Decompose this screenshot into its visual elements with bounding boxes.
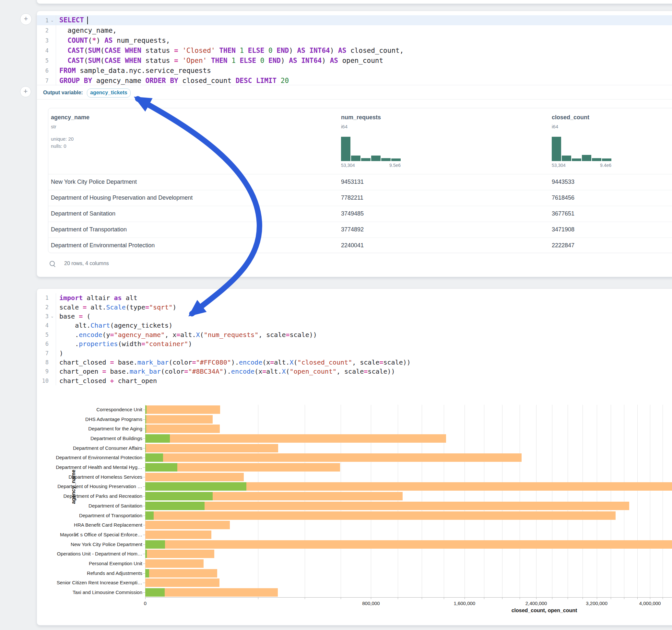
python-editor[interactable]: 1import altair as alt2scale = alt.Scale(… bbox=[37, 293, 672, 385]
sql-editor[interactable]: 1⌄SELECT2 agency_name,3 COUNT(*) AS num_… bbox=[37, 15, 672, 86]
code-line[interactable]: 3⌄base = ( bbox=[37, 312, 672, 321]
text-cursor bbox=[87, 17, 88, 24]
column-header[interactable]: num_requests bbox=[341, 114, 381, 121]
y-axis-label: DHS Advantage Programs bbox=[37, 416, 142, 422]
bar-open-count bbox=[145, 482, 246, 491]
code-text: FROM sample_data.nyc.service_requests bbox=[56, 67, 211, 75]
table-row[interactable]: New York City Police Department945313194… bbox=[48, 174, 672, 190]
add-cell-button-top[interactable]: + bbox=[20, 13, 32, 25]
code-text: agency_name, bbox=[56, 27, 117, 34]
bar-open-count bbox=[145, 588, 165, 597]
bar-closed-count bbox=[145, 559, 203, 568]
code-line[interactable]: 6 .properties(width="container") bbox=[37, 339, 672, 348]
previous-cell-card-edge bbox=[37, 0, 672, 4]
code-text: CAST(SUM(CASE WHEN status = 'Open' THEN … bbox=[56, 57, 383, 65]
code-line[interactable]: 7) bbox=[37, 348, 672, 358]
y-axis-label: Mayorâ€ s Office of Special Enforce… bbox=[37, 532, 142, 537]
code-line[interactable]: 8chart_closed = base.mark_bar(color="#FF… bbox=[37, 358, 672, 367]
column-header[interactable]: closed_count bbox=[552, 114, 589, 121]
code-text: GROUP BY agency_name ORDER BY closed_cou… bbox=[56, 77, 289, 84]
column-type: i64 bbox=[552, 124, 558, 129]
table-row[interactable]: Department of Transportation377489234719… bbox=[48, 222, 672, 238]
y-axis-label: Correspondence Unit bbox=[37, 407, 142, 412]
line-number: 9 bbox=[37, 368, 49, 374]
x-axis-tick-label: 3,200,000 bbox=[574, 601, 620, 606]
search-icon[interactable] bbox=[50, 261, 56, 267]
notebook-canvas: { "colors": { "closed_bar": "#FFC080", "… bbox=[0, 0, 672, 630]
code-text: chart_closed = base.mark_bar(color="#FFC… bbox=[56, 358, 411, 366]
code-line[interactable]: 3 COUNT(*) AS num_requests, bbox=[37, 35, 672, 45]
y-axis-label: Department of Health and Mental Hyg… bbox=[37, 464, 142, 470]
table-footer: 20 rows, 4 columns bbox=[64, 261, 109, 266]
table-row[interactable]: Department of Environmental Protection22… bbox=[48, 238, 672, 253]
y-axis-label: Department of Buildings bbox=[37, 436, 142, 441]
line-number: 7 bbox=[37, 350, 49, 357]
code-line[interactable]: 2scale = alt.Scale(type="sqrt") bbox=[37, 302, 672, 311]
code-line[interactable]: 4 CAST(SUM(CASE WHEN status = 'Closed' T… bbox=[37, 45, 672, 55]
bar-open-count bbox=[145, 425, 146, 433]
code-text: chart_closed + chart_open bbox=[56, 377, 157, 385]
cell-closed-count: 3677651 bbox=[552, 206, 574, 221]
code-line[interactable]: 10chart_closed + chart_open bbox=[37, 376, 672, 385]
cell-closed-count: 9443533 bbox=[552, 174, 574, 190]
cell-num-requests: 7782211 bbox=[341, 190, 363, 205]
output-variable-pill[interactable]: agency_tickets bbox=[87, 89, 130, 98]
table-row[interactable]: Department of Sanitation37494853677651 bbox=[48, 206, 672, 222]
code-line[interactable]: 5 .encode(y="agency_name", x=alt.X("num_… bbox=[37, 330, 672, 339]
line-number: 3 bbox=[37, 37, 49, 44]
bar-open-count bbox=[145, 453, 163, 462]
bar-closed-count bbox=[145, 444, 278, 453]
code-line[interactable]: 6FROM sample_data.nyc.service_requests bbox=[37, 66, 672, 75]
code-line[interactable]: 7GROUP BY agency_name ORDER BY closed_co… bbox=[37, 75, 672, 86]
line-number: 7 bbox=[37, 77, 49, 84]
collapse-chevron-icon[interactable]: ⌄ bbox=[49, 314, 56, 319]
bar-closed-count bbox=[145, 531, 211, 539]
x-axis-tick-label: 800,000 bbox=[348, 601, 393, 606]
y-axis-label: Department for the Aging bbox=[37, 426, 142, 431]
altair-chart: Correspondence UnitDHS Advantage Program… bbox=[37, 402, 672, 623]
cell-closed-count: 2222847 bbox=[552, 238, 574, 253]
line-number: 5 bbox=[37, 57, 49, 64]
code-line[interactable]: 4 alt.Chart(agency_tickets) bbox=[37, 321, 672, 330]
cell-num-requests: 9453131 bbox=[341, 174, 364, 190]
histogram-max-label: 9.5e6 bbox=[389, 163, 401, 168]
y-axis-label: Department of Sanitation bbox=[37, 503, 142, 508]
line-number: 2 bbox=[37, 304, 49, 311]
bar-closed-count bbox=[145, 415, 213, 423]
bar-closed-count bbox=[145, 569, 217, 578]
bar-open-count bbox=[145, 569, 149, 578]
y-axis-label: Refunds and Adjustments bbox=[37, 571, 142, 576]
bar-closed-count bbox=[145, 550, 214, 558]
bar-open-count bbox=[145, 444, 146, 453]
x-axis-tick-label: 2,400,000 bbox=[513, 601, 559, 606]
code-text: chart_open = base.mark_bar(color="#8BC34… bbox=[56, 367, 395, 375]
bar-open-count bbox=[145, 415, 146, 423]
y-axis-label: Department of Environmental Protection bbox=[37, 455, 142, 460]
code-line[interactable]: 9chart_open = base.mark_bar(color="#8BC3… bbox=[37, 367, 672, 376]
bar-closed-count bbox=[145, 579, 219, 587]
y-axis-label: Department of Transportation bbox=[37, 513, 142, 518]
table-row[interactable]: Department of Housing Preservation and D… bbox=[48, 190, 672, 206]
collapse-chevron-icon[interactable]: ⌄ bbox=[49, 18, 56, 23]
bar-closed-count bbox=[145, 511, 616, 520]
python-cell-card: 1import altair as alt2scale = alt.Scale(… bbox=[37, 288, 672, 626]
x-axis-tick-label: 0 bbox=[123, 601, 168, 606]
y-axis-label: HRA Benefit Card Replacement bbox=[37, 522, 142, 528]
add-cell-button-output[interactable]: + bbox=[20, 86, 31, 97]
column-histogram bbox=[552, 137, 611, 161]
code-line[interactable]: 2 agency_name, bbox=[37, 25, 672, 35]
bar-closed-count bbox=[145, 588, 278, 597]
code-text: CAST(SUM(CASE WHEN status = 'Closed' THE… bbox=[56, 47, 404, 54]
cell-num-requests: 3774892 bbox=[341, 222, 364, 237]
cell-agency-name: Department of Housing Preservation and D… bbox=[51, 190, 193, 205]
bar-closed-count bbox=[145, 521, 230, 529]
code-line[interactable]: 1import altair as alt bbox=[37, 293, 672, 302]
histogram-min-label: 53,304 bbox=[552, 163, 566, 168]
code-line[interactable]: 5 CAST(SUM(CASE WHEN status = 'Open' THE… bbox=[37, 55, 672, 66]
column-header[interactable]: agency_name bbox=[51, 114, 90, 121]
y-axis-label: Department of Consumer Affairs bbox=[37, 445, 142, 451]
cell-closed-count: 7618456 bbox=[552, 190, 574, 205]
code-line[interactable]: 1⌄SELECT bbox=[37, 15, 672, 25]
dataframe-table: agency_namestrunique: 20nulls: 0num_requ… bbox=[48, 108, 672, 253]
cell-agency-name: Department of Sanitation bbox=[51, 206, 115, 221]
